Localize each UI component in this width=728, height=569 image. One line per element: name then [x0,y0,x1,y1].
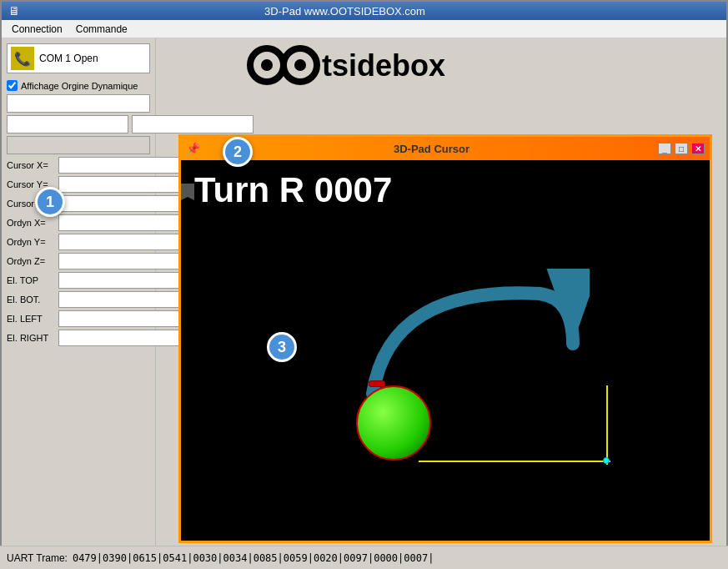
menu-bar: Connection Commande [2,20,726,38]
ordyn-z-row: Ordyn Z= 0097 [7,253,150,269]
el-left-label: El. LEFT [7,314,57,324]
ordyn-z-label: Ordyn Z= [7,256,57,266]
title-bar-left: 🖥 [8,4,20,18]
pad-minimize-button[interactable]: _ [658,143,671,154]
el-right-input[interactable]: 0541 [58,330,180,346]
el-left-row: El. LEFT 0627 [7,310,150,327]
el-left-input[interactable]: 0627 [58,310,180,327]
crosshair-dot [603,457,610,464]
app-icon: 🖥 [8,4,20,18]
left-panel: 📞 COM 1 Open Affichage Orgine Dynamique … [2,38,156,547]
run-row: Run [7,136,150,154]
badge-2: 2 [223,137,253,167]
ball-top-indicator [369,380,385,387]
field2-input[interactable]: 0007 [132,115,254,133]
com-status-text: COM 1 Open [39,53,98,64]
ordyn-z-input[interactable]: 0097 [58,253,180,269]
el-bot-input[interactable]: 0392 [58,291,180,308]
cursor-x-label: Cursor X= [7,160,57,170]
svg-point-3 [294,59,306,71]
green-ball [356,385,431,461]
ordyn-y-label: Ordyn Y= [7,237,57,247]
window-title: 3D-Pad www.OOTSIDEBOX.com [264,5,425,18]
cursor-y-row: Cursor Y= 0030 [7,176,150,193]
run-input[interactable]: Run [7,136,150,154]
pad-window-titlebar: 📌 3D-Pad Cursor _ □ ✕ [181,137,710,160]
cursor-z-row: Cursor Z= 0087 [7,195,150,212]
svg-text:tsidebox: tsidebox [322,48,445,83]
two-col-row: 000 0007 [7,115,150,133]
el-right-row: El. RIGHT 0541 [7,330,150,346]
ordyn-x-row: Ordyn X= 0059 [7,214,150,231]
el-top-label: El. TOP [7,275,57,285]
ordyn-x-input[interactable]: 0059 [58,214,180,231]
logo-area: tsidebox [185,42,535,88]
ordyn-x-label: Ordyn X= [7,218,57,228]
crosshair-horizontal [419,461,610,462]
title-bar: 🖥 3D-Pad www.OOTSIDEBOX.com [2,2,726,20]
affichage-label: Affichage Orgine Dynamique [21,81,138,91]
pad-close-button[interactable]: ✕ [691,143,705,154]
ordyn-y-row: Ordyn Y= 0020 [7,234,150,250]
com-status-bar: 📞 COM 1 Open [7,43,150,73]
menu-connection[interactable]: Connection [5,22,69,37]
pad-window-title: 3D-Pad Cursor [205,143,658,155]
command-input[interactable]: Turn R [7,94,150,113]
el-bot-label: El. BOT. [7,295,57,305]
pad-maximize-button[interactable]: □ [675,143,688,154]
ordyn-y-input[interactable]: 0020 [58,234,180,250]
uart-label: UART Trame: [7,552,68,564]
el-top-input[interactable]: 0472 [58,272,180,289]
el-bot-row: El. BOT. 0392 [7,291,150,308]
pad-window-controls: _ □ ✕ [658,143,705,154]
cursor-x-input[interactable]: 0032 [58,157,180,174]
pad-display-title: Turn R 0007 [194,170,392,210]
svg-point-1 [261,59,273,71]
menu-commande[interactable]: Commande [69,22,134,37]
badge-1: 1 [35,187,65,217]
cursor-y-input[interactable]: 0030 [58,176,180,193]
field1-input[interactable]: 000 [7,115,128,133]
pad-content: Turn R 0007 [181,160,710,541]
cursor-x-row: Cursor X= 0032 [7,157,150,174]
cursor-z-input[interactable]: 0087 [58,195,180,212]
phone-icon: 📞 [11,47,34,70]
el-right-label: El. RIGHT [7,333,57,343]
command-field-row: Turn R [7,94,150,113]
logo-text: tsidebox [185,42,535,88]
pad-window: 📌 3D-Pad Cursor _ □ ✕ Turn R 0007 [178,134,712,543]
affichage-checkbox[interactable] [7,80,18,91]
badge-3: 3 [267,332,297,362]
uart-value: 0479|0390|0615|0541|0030|0034|0085|0059|… [73,552,434,564]
crosshair-vertical [606,385,608,465]
logo-svg: tsidebox [244,42,477,88]
pad-titlebar-icon: 📌 [186,142,200,155]
pad-bookmark-icon [181,184,194,200]
el-top-row: El. TOP 0472 [7,272,150,289]
status-bar: UART Trame: 0479|0390|0615|0541|0030|003… [0,546,728,569]
affichage-row: Affichage Orgine Dynamique [7,80,150,91]
